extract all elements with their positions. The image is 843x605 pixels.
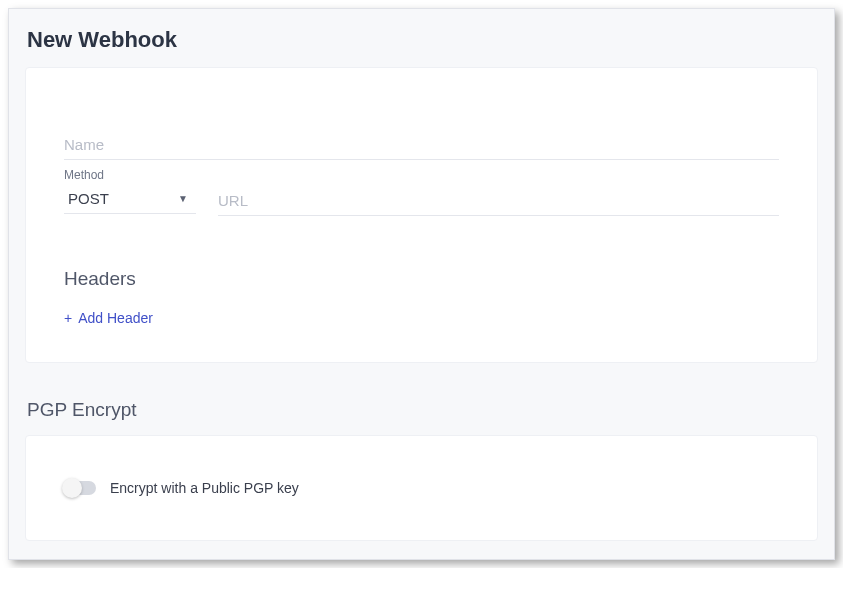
headers-title: Headers: [64, 268, 779, 290]
url-input[interactable]: [218, 184, 779, 216]
webhook-form-container: New Webhook Method POST ▼: [8, 8, 835, 560]
name-input[interactable]: [64, 128, 779, 160]
pgp-encrypt-card: Encrypt with a Public PGP key: [25, 435, 818, 541]
pgp-toggle[interactable]: [64, 481, 96, 495]
method-label: Method: [64, 168, 104, 182]
toggle-knob: [62, 478, 82, 498]
add-header-label: Add Header: [78, 310, 153, 326]
method-field-wrapper: Method POST ▼: [64, 184, 196, 216]
webhook-details-card: Method POST ▼ Headers + Add Header: [25, 67, 818, 363]
method-select[interactable]: POST ▼: [64, 184, 196, 214]
name-field-wrapper: [64, 128, 779, 160]
method-value: POST: [68, 190, 109, 207]
page-title: New Webhook: [9, 9, 834, 67]
pgp-section-title: PGP Encrypt: [9, 381, 834, 435]
pgp-toggle-label: Encrypt with a Public PGP key: [110, 480, 299, 496]
url-field-wrapper: [218, 184, 779, 216]
add-header-button[interactable]: + Add Header: [64, 308, 153, 328]
chevron-down-icon: ▼: [178, 193, 188, 204]
plus-icon: +: [64, 311, 72, 325]
